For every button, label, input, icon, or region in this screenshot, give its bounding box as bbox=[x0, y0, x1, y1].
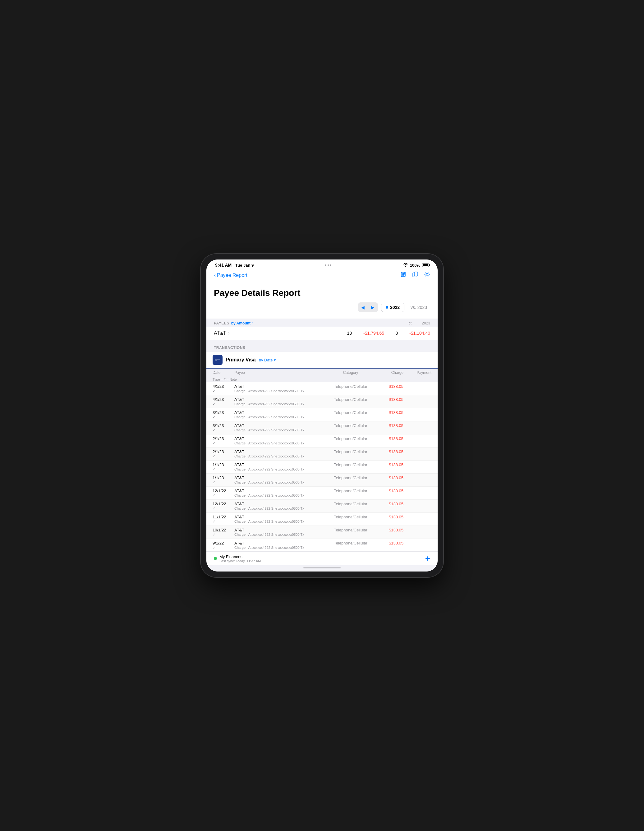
tx-date: 3/1/23 bbox=[213, 410, 234, 415]
sync-indicator bbox=[214, 557, 217, 560]
tx-charge: $138.05 bbox=[375, 501, 403, 506]
tx-check: ✓ bbox=[213, 506, 234, 511]
tx-date-cell: 3/1/23 ✓ bbox=[213, 410, 234, 419]
tx-charge: $138.05 bbox=[375, 449, 403, 454]
settings-icon[interactable] bbox=[424, 271, 430, 279]
compare-year-button[interactable]: vs. 2023 bbox=[408, 303, 430, 312]
page-content: Payee Details Report ◀ ▶ 2022 vs. 2023 bbox=[206, 283, 438, 551]
payees-sort[interactable]: by Amount ↑ bbox=[231, 321, 253, 325]
sub-header: Type – # – Note bbox=[206, 377, 438, 382]
tx-date-cell: 12/1/22 ✓ bbox=[213, 501, 234, 511]
account-sort-label: by Date bbox=[259, 358, 273, 362]
tx-charge: $138.05 bbox=[375, 476, 403, 480]
payees-column-labels: ct. 2023 bbox=[409, 321, 430, 325]
tx-charge: $138.05 bbox=[375, 410, 403, 415]
tx-payee-cell: AT&T Charge · Attxxxxxx4292 Sne xxxxxxxx… bbox=[234, 410, 326, 419]
status-date: Tue Jan 9 bbox=[235, 263, 253, 267]
tx-date: 4/1/23 bbox=[213, 397, 234, 402]
tx-note: Charge · Attxxxxxx4292 Sne xxxxxxxx0500 … bbox=[234, 481, 326, 484]
tx-date: 3/1/23 bbox=[213, 423, 234, 428]
sync-text: My Finances Last sync: Today, 11:37 AM bbox=[220, 554, 261, 563]
year-selector: ◀ ▶ 2022 vs. 2023 bbox=[214, 302, 430, 312]
table-row[interactable]: 12/1/22 ✓ AT&T Charge · Attxxxxxx4292 Sn… bbox=[206, 487, 438, 500]
tx-check: ✓ bbox=[213, 402, 234, 406]
ct-label: ct. bbox=[409, 321, 413, 325]
tx-check: ✓ bbox=[213, 481, 234, 484]
year-2023-label: 2023 bbox=[422, 321, 430, 325]
tx-payee: AT&T bbox=[234, 501, 326, 506]
tx-payee-cell: AT&T Charge · Attxxxxxx4292 Sne xxxxxxxx… bbox=[234, 541, 326, 549]
nav-back-button[interactable]: ‹ Payee Report bbox=[214, 272, 247, 279]
account-sort[interactable]: by Date ▾ bbox=[259, 358, 276, 362]
back-chevron-icon: ‹ bbox=[214, 272, 216, 279]
tx-charge: $138.05 bbox=[375, 462, 403, 467]
tx-check: ✓ bbox=[213, 520, 234, 524]
payee-row[interactable]: AT&T › 13 -$1,794.65 8 -$1,104.40 bbox=[206, 326, 438, 340]
tx-category: Telephone/Cellular bbox=[326, 501, 375, 506]
table-row[interactable]: 11/1/22 ✓ AT&T Charge · Attxxxxxx4292 Sn… bbox=[206, 513, 438, 526]
col-charge: Charge bbox=[375, 371, 403, 375]
battery-percent: 100% bbox=[410, 263, 420, 267]
tx-charge: $138.05 bbox=[375, 515, 403, 519]
table-row[interactable]: 2/1/23 ✓ AT&T Charge · Attxxxxxx4292 Sne… bbox=[206, 435, 438, 447]
tx-note: Charge · Attxxxxxx4292 Sne xxxxxxxx0500 … bbox=[234, 402, 326, 406]
edit-icon[interactable] bbox=[400, 271, 406, 279]
tx-payee-cell: AT&T Charge · Attxxxxxx4292 Sne xxxxxxxx… bbox=[234, 449, 326, 458]
tx-category: Telephone/Cellular bbox=[326, 423, 375, 428]
tx-note: Charge · Attxxxxxx4292 Sne xxxxxxxx0500 … bbox=[234, 467, 326, 471]
table-row[interactable]: 9/1/22 ✓ AT&T Charge · Attxxxxxx4292 Sne… bbox=[206, 539, 438, 551]
payee-count-2: 8 bbox=[392, 331, 398, 336]
col-date: Date bbox=[213, 371, 234, 375]
duplicate-icon[interactable] bbox=[412, 271, 418, 279]
current-year-button[interactable]: 2022 bbox=[381, 303, 404, 312]
tx-payee: AT&T bbox=[234, 397, 326, 402]
status-dots bbox=[325, 264, 331, 266]
table-row[interactable]: 12/1/22 ✓ AT&T Charge · Attxxxxxx4292 Sn… bbox=[206, 500, 438, 513]
tx-payee: AT&T bbox=[234, 515, 326, 519]
table-row[interactable]: 1/1/23 ✓ AT&T Charge · Attxxxxxx4292 Sne… bbox=[206, 474, 438, 487]
table-row[interactable]: 3/1/23 ✓ AT&T Charge · Attxxxxxx4292 Sne… bbox=[206, 408, 438, 422]
tx-note: Charge · Attxxxxxx4292 Sne xxxxxxxx0500 … bbox=[234, 533, 326, 536]
payee-count: 13 bbox=[344, 331, 352, 336]
year-nav-group: ◀ ▶ bbox=[358, 302, 378, 312]
add-button[interactable]: + bbox=[425, 554, 430, 563]
tx-check: ✓ bbox=[213, 454, 234, 458]
column-headers: Date Payee Category Charge Payment bbox=[206, 369, 438, 377]
table-row[interactable]: 2/1/23 ✓ AT&T Charge · Attxxxxxx4292 Sne… bbox=[206, 447, 438, 460]
dot-1 bbox=[325, 264, 326, 266]
tx-date: 12/1/22 bbox=[213, 501, 234, 506]
tx-category: Telephone/Cellular bbox=[326, 397, 375, 402]
tx-date: 11/1/22 bbox=[213, 515, 234, 519]
tx-check: ✓ bbox=[213, 467, 234, 471]
dot-2 bbox=[328, 264, 329, 266]
current-year-label: 2022 bbox=[390, 305, 400, 310]
tx-date-cell: 2/1/23 ✓ bbox=[213, 449, 234, 458]
table-row[interactable]: 4/1/23 ✓ AT&T Charge · Attxxxxxx4292 Sne… bbox=[206, 382, 438, 395]
payee-amount-2: -$1,104.40 bbox=[405, 331, 430, 336]
tx-note: Charge · Attxxxxxx4292 Sne xxxxxxxx0500 … bbox=[234, 441, 326, 445]
tx-payee-cell: AT&T Charge · Attxxxxxx4292 Sne xxxxxxxx… bbox=[234, 462, 326, 471]
table-row[interactable]: 4/1/23 ✓ AT&T Charge · Attxxxxxx4292 Sne… bbox=[206, 395, 438, 408]
tx-charge: $138.05 bbox=[375, 541, 403, 545]
table-row[interactable]: 3/1/23 ✓ AT&T Charge · Attxxxxxx4292 Sne… bbox=[206, 422, 438, 435]
tx-note: Charge · Attxxxxxx4292 Sne xxxxxxxx0500 … bbox=[234, 454, 326, 458]
tx-payee-cell: AT&T Charge · Attxxxxxx4292 Sne xxxxxxxx… bbox=[234, 423, 326, 432]
tx-category: Telephone/Cellular bbox=[326, 528, 375, 532]
tx-category: Telephone/Cellular bbox=[326, 410, 375, 415]
tx-date-cell: 12/1/22 ✓ bbox=[213, 489, 234, 498]
dot-3 bbox=[330, 264, 331, 266]
tx-check: ✓ bbox=[213, 533, 234, 537]
next-year-button[interactable]: ▶ bbox=[368, 302, 378, 312]
tx-payee: AT&T bbox=[234, 436, 326, 441]
prev-year-button[interactable]: ◀ bbox=[358, 302, 368, 312]
tx-date: 1/1/23 bbox=[213, 476, 234, 480]
tx-category: Telephone/Cellular bbox=[326, 384, 375, 389]
tx-payee-cell: AT&T Charge · Attxxxxxx4292 Sne xxxxxxxx… bbox=[234, 397, 326, 406]
tx-category: Telephone/Cellular bbox=[326, 436, 375, 441]
tx-note: Charge · Attxxxxxx4292 Sne xxxxxxxx0500 … bbox=[234, 520, 326, 523]
table-row[interactable]: 10/1/22 ✓ AT&T Charge · Attxxxxxx4292 Sn… bbox=[206, 526, 438, 539]
tx-category: Telephone/Cellular bbox=[326, 449, 375, 454]
table-row[interactable]: 1/1/23 ✓ AT&T Charge · Attxxxxxx4292 Sne… bbox=[206, 460, 438, 474]
tx-payee: AT&T bbox=[234, 528, 326, 532]
account-name: Primary Visa bbox=[226, 357, 256, 363]
